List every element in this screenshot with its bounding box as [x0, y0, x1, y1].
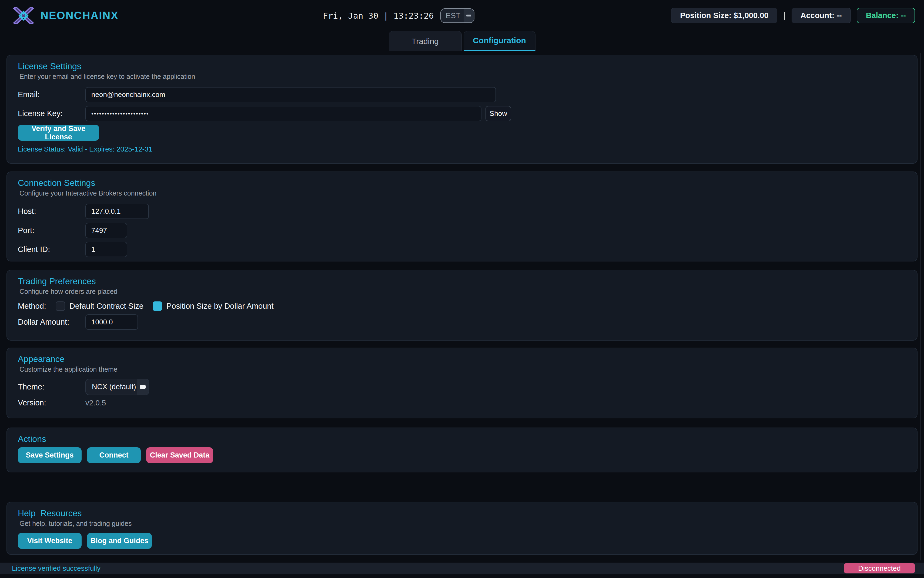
clock-datetime: Fri, Jan 30 | 13:23:26 [323, 11, 434, 21]
theme-row: Theme: NCX (default) [18, 379, 906, 395]
host-field[interactable] [85, 204, 149, 219]
port-row: Port: [18, 223, 906, 238]
port-field[interactable] [85, 223, 127, 238]
actions-panel: Actions Save Settings Connect Clear Save… [6, 427, 918, 472]
trading-preferences-subtitle: Configure how orders are placed [19, 287, 906, 295]
dropdown-dash-icon [466, 15, 471, 16]
connection-settings-subtitle: Configure your Interactive Brokers conne… [19, 189, 906, 197]
client-id-row: Client ID: [18, 242, 906, 257]
dollar-amount-label: Dollar Amount: [18, 318, 85, 326]
help-buttons: Visit Website Blog and Guides [18, 533, 906, 549]
theme-value: NCX (default) [86, 383, 137, 391]
help-resources-title: Help Resources [18, 508, 906, 518]
header-separator: | [783, 11, 785, 21]
host-label: Host: [18, 207, 85, 216]
save-settings-button[interactable]: Save Settings [18, 447, 81, 463]
theme-label: Theme: [18, 382, 85, 391]
neonchainx-logo-icon [13, 7, 34, 24]
method-row: Method: Default Contract Size Position S… [18, 302, 906, 311]
visit-website-button[interactable]: Visit Website [18, 533, 81, 549]
tab-bar: Trading Configuration [0, 31, 924, 51]
client-id-label: Client ID: [18, 245, 85, 254]
balance-display: Balance: -- [857, 8, 915, 23]
show-license-key-button[interactable]: Show [486, 106, 511, 121]
status-bar: License verified successfully Disconnect… [0, 563, 924, 574]
connection-settings-title: Connection Settings [18, 178, 906, 188]
actions-title: Actions [18, 434, 906, 444]
trading-preferences-title: Trading Preferences [18, 276, 906, 286]
version-row: Version: v2.0.5 [18, 398, 906, 407]
email-field[interactable] [85, 87, 496, 102]
position-size-dollar-checkbox[interactable] [153, 302, 162, 311]
dollar-amount-row: Dollar Amount: [18, 314, 906, 330]
dropdown-arrow-icon[interactable] [137, 379, 149, 395]
email-label: Email: [18, 90, 85, 99]
scrollbar[interactable] [921, 53, 921, 560]
version-value: v2.0.5 [85, 399, 106, 407]
client-id-field[interactable] [85, 242, 127, 257]
license-key-label: License Key: [18, 109, 85, 118]
appearance-panel: Appearance Customize the application the… [6, 347, 918, 418]
port-label: Port: [18, 226, 85, 235]
position-size-dollar-label: Position Size by Dollar Amount [166, 302, 274, 311]
dropdown-dash-icon [140, 385, 146, 389]
clear-saved-data-button[interactable]: Clear Saved Data [146, 447, 213, 463]
account-display: Account: -- [792, 8, 851, 23]
connection-status-badge: Disconnected [844, 563, 915, 573]
configuration-page: License Settings Enter your email and li… [0, 51, 924, 555]
brand: NEONCHAINX [13, 0, 119, 31]
connection-settings-panel: Connection Settings Configure your Inter… [6, 172, 918, 261]
host-row: Host: [18, 204, 906, 219]
brand-name: NEONCHAINX [41, 10, 119, 22]
license-settings-subtitle: Enter your email and license key to acti… [19, 73, 906, 81]
connect-button[interactable]: Connect [87, 447, 141, 463]
timezone-select[interactable]: EST [440, 8, 474, 23]
status-message: License verified successfully [12, 564, 101, 573]
default-contract-size-label: Default Contract Size [70, 302, 143, 311]
tab-configuration[interactable]: Configuration [464, 31, 536, 51]
theme-select[interactable]: NCX (default) [85, 379, 149, 395]
timezone-value: EST [441, 11, 464, 20]
actions-buttons: Save Settings Connect Clear Saved Data [18, 447, 906, 463]
header: NEONCHAINX Fri, Jan 30 | 13:23:26 EST Po… [0, 0, 924, 31]
license-key-row: License Key: Show [18, 106, 906, 121]
dollar-amount-field[interactable] [85, 314, 138, 330]
help-resources-panel: Help Resources Get help, tutorials, and … [6, 502, 918, 555]
license-settings-title: License Settings [18, 61, 906, 71]
method-label: Method: [18, 302, 56, 311]
blog-and-guides-button[interactable]: Blog and Guides [87, 533, 152, 549]
header-status-group: Position Size: $1,000.00 | Account: -- B… [671, 0, 915, 31]
dropdown-arrow-icon[interactable] [464, 9, 474, 23]
email-row: Email: [18, 87, 906, 102]
default-contract-size-checkbox[interactable] [56, 302, 65, 311]
tab-trading[interactable]: Trading [389, 31, 462, 51]
license-status-text: License Status: Valid - Expires: 2025-12… [18, 145, 906, 153]
trading-preferences-panel: Trading Preferences Configure how orders… [6, 270, 918, 341]
appearance-subtitle: Customize the application theme [19, 365, 906, 373]
license-key-field[interactable] [85, 106, 481, 121]
verify-and-save-license-button[interactable]: Verify and Save License [18, 125, 99, 141]
verify-row: Verify and Save License [18, 125, 906, 141]
help-resources-subtitle: Get help, tutorials, and trading guides [19, 520, 906, 528]
appearance-title: Appearance [18, 354, 906, 364]
version-label: Version: [18, 398, 85, 407]
clock: Fri, Jan 30 | 13:23:26 EST [323, 0, 474, 31]
license-settings-panel: License Settings Enter your email and li… [6, 55, 918, 164]
position-size-display: Position Size: $1,000.00 [671, 8, 777, 23]
